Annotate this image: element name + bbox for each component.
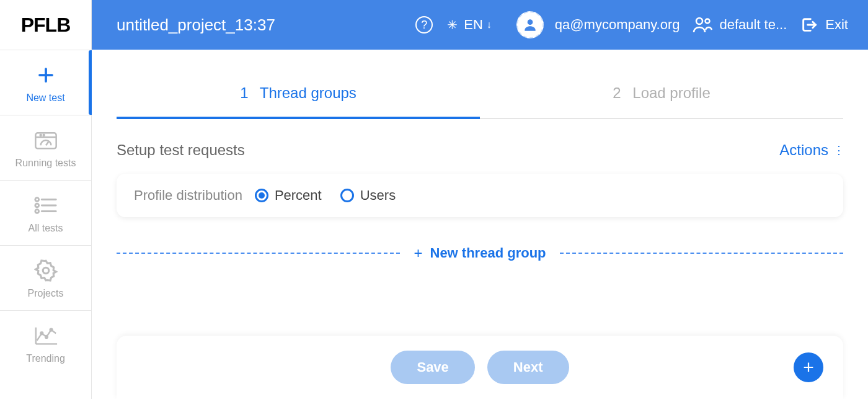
exit-label: Exit [825,17,848,33]
bottom-bar: Save Next + [117,336,843,399]
svg-point-4 [40,135,41,136]
svg-point-20 [696,18,702,24]
brand-logo: PFLB [0,0,91,50]
divider-line [560,253,843,254]
distribution-card: Profile distribution Percent Users [117,174,843,217]
tabs: 1 Thread groups 2 Load profile [117,62,843,119]
divider-line [117,253,400,254]
tab-label: Load profile [632,84,710,101]
actions-label: Actions [779,141,828,159]
new-thread-group-button[interactable]: + New thread group [400,244,559,262]
radio-percent[interactable]: Percent [255,187,322,204]
sidebar-item-trending[interactable]: Trending [0,310,91,375]
new-thread-group-row: + New thread group [117,244,843,262]
flag-icon: ✳ [445,18,459,32]
tab-label: Thread groups [260,84,356,101]
section-title: Setup test requests [117,141,779,159]
tab-thread-groups[interactable]: 1 Thread groups [117,62,480,118]
team-label: default te... [719,17,787,33]
team-selector[interactable]: default te... [692,14,787,35]
exit-button[interactable]: Exit [799,15,848,35]
svg-point-13 [43,267,49,274]
plus-icon [33,63,58,87]
exit-icon [799,15,819,35]
chevron-down-icon: ↓ [487,19,492,30]
radio-icon [340,189,354,202]
sidebar-item-all-tests[interactable]: All tests [0,180,91,245]
header: untitled_project_13:37 ? ✳ EN ↓ qa@mycom… [92,0,868,50]
next-button[interactable]: Next [487,351,569,384]
user-email: qa@mycompany.org [555,17,680,33]
new-thread-group-label: New thread group [430,245,546,261]
svg-point-11 [35,210,38,213]
radio-users[interactable]: Users [340,187,396,204]
avatar-icon [516,11,544,38]
sidebar-item-running-tests[interactable]: Running tests [0,115,91,180]
content-area: 1 Thread groups 2 Load profile Setup tes… [92,50,868,399]
help-icon: ? [415,16,433,34]
svg-point-9 [35,204,38,207]
sidebar: PFLB New test Running tests All tests Pr… [0,0,92,399]
language-selector[interactable]: ✳ EN ↓ [445,17,492,33]
svg-line-6 [46,142,48,146]
list-icon [33,193,58,218]
svg-point-7 [35,198,38,202]
sidebar-item-label: New test [26,92,64,104]
gear-icon [33,258,58,283]
svg-point-19 [527,19,533,25]
save-button[interactable]: Save [391,351,474,384]
radio-icon [255,189,268,202]
tab-number: 1 [240,84,248,101]
plus-icon: + [414,244,422,262]
chart-icon [33,323,58,348]
fab-add-button[interactable]: + [794,352,823,382]
sidebar-item-new-test[interactable]: New test [0,50,91,115]
more-icon: ⋮ [833,143,843,157]
sidebar-item-projects[interactable]: Projects [0,245,91,310]
tab-number: 2 [613,84,621,101]
plus-icon: + [803,357,814,378]
language-label: EN [464,17,483,33]
svg-point-5 [43,135,44,136]
sidebar-item-label: Running tests [16,158,76,169]
radio-label: Users [360,187,396,204]
radio-label: Percent [275,187,322,204]
distribution-label: Profile distribution [134,187,242,204]
sidebar-item-label: Trending [26,353,65,364]
svg-point-21 [706,19,710,24]
sidebar-item-label: Projects [28,288,64,299]
team-icon [692,14,713,35]
help-button[interactable]: ? [415,16,433,34]
user-menu[interactable]: qa@mycompany.org [516,11,680,38]
actions-menu[interactable]: Actions ⋮ [779,141,843,159]
tab-load-profile[interactable]: 2 Load profile [480,62,843,118]
project-title: untitled_project_13:37 [117,16,275,35]
sidebar-item-label: All tests [28,223,63,234]
gauge-icon [33,128,58,153]
